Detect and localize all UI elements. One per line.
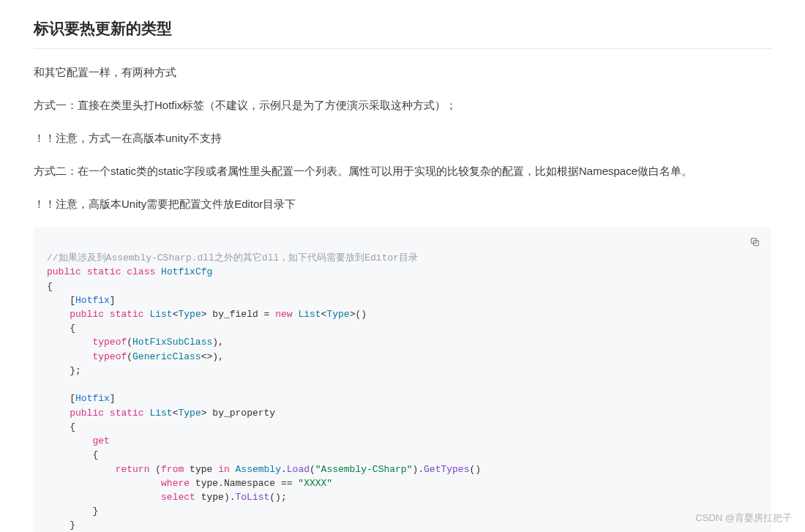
method: GetTypes	[424, 464, 469, 475]
paragraph: 和其它配置一样，有两种方式	[34, 62, 771, 82]
type: List	[149, 309, 172, 320]
kw: where	[161, 478, 190, 489]
ident: by_field	[212, 309, 258, 320]
kw: static	[110, 309, 144, 320]
ident: type	[195, 478, 218, 489]
type: HotFixSubClass	[132, 337, 212, 348]
kw: return	[116, 464, 150, 475]
ident: type	[201, 492, 224, 503]
kw: typeof	[92, 351, 127, 362]
prop: Namespace	[224, 478, 275, 489]
type: List	[298, 309, 321, 320]
section-heading: 标识要热更新的类型	[34, 15, 771, 49]
kw: get	[92, 435, 109, 446]
method: ToList	[235, 492, 269, 503]
type: HotfixCfg	[161, 266, 212, 277]
string: "XXXX"	[298, 478, 332, 489]
kw: static	[87, 266, 121, 277]
type: GenericClass	[132, 351, 201, 362]
attr: Hotfix	[75, 393, 110, 404]
kw: from	[161, 464, 184, 475]
type: Type	[326, 309, 349, 320]
kw: public	[70, 309, 104, 320]
paragraph: 方式二：在一个static类的static字段或者属性里头配置一个列表。属性可以…	[34, 161, 771, 181]
string: "Assembly-CSharp"	[315, 464, 413, 475]
code-block: //如果涉及到Assembly-CSharp.dll之外的其它dll，如下代码需…	[34, 227, 771, 532]
ident: type	[190, 464, 212, 475]
type: Type	[179, 408, 201, 419]
kw: class	[127, 266, 155, 277]
kw: public	[47, 266, 81, 277]
attr: Hotfix	[75, 295, 110, 306]
type: Type	[179, 309, 201, 320]
paragraph: 方式一：直接在类里头打Hotfix标签（不建议，示例只是为了方便演示采取这种方式…	[34, 95, 771, 115]
paragraph: ！！注意，方式一在高版本unity不支持	[34, 128, 771, 148]
kw: typeof	[92, 337, 127, 348]
kw: select	[161, 492, 195, 503]
kw: new	[275, 309, 292, 320]
copy-icon[interactable]	[746, 234, 763, 250]
paragraph: ！！注意，高版本Unity需要把配置文件放Editor目录下	[34, 194, 771, 214]
method: Load	[287, 464, 310, 475]
ident: by_property	[212, 408, 275, 419]
kw: public	[70, 408, 104, 419]
code-comment: //如果涉及到Assembly-CSharp.dll之外的其它dll，如下代码需…	[47, 252, 418, 263]
op: ==	[281, 478, 293, 489]
kw: static	[110, 408, 144, 419]
type: Assembly	[236, 464, 281, 475]
kw: in	[218, 464, 230, 475]
type: List	[149, 408, 172, 419]
